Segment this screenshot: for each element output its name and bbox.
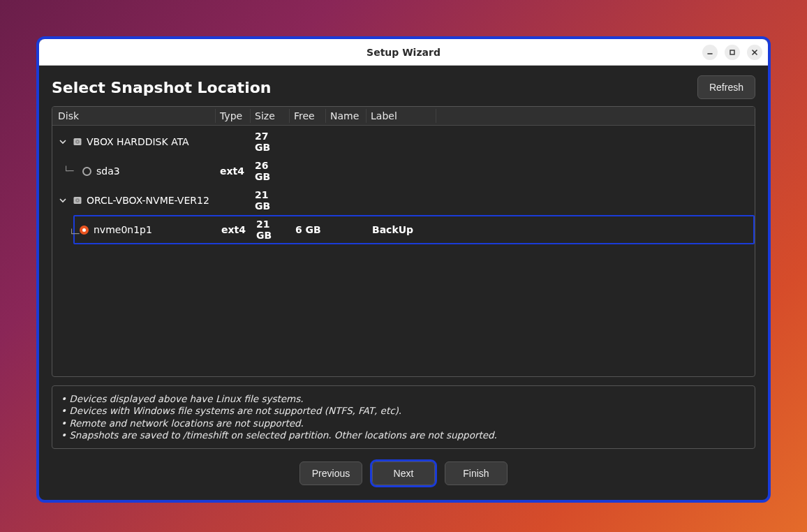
- window-title: Setup Wizard: [367, 47, 440, 58]
- note-line: • Remote and network locations are not s…: [61, 418, 746, 429]
- col-disk[interactable]: Disk: [52, 109, 216, 123]
- cell-size: 21 GB: [252, 217, 291, 242]
- partition-name: nvme0n1p1: [94, 224, 152, 235]
- cell-free: [290, 170, 326, 172]
- cell-type: ext4: [217, 223, 252, 237]
- cell-size: 26 GB: [251, 158, 290, 184]
- col-size[interactable]: Size: [251, 109, 290, 123]
- harddisk-icon: [72, 195, 82, 206]
- radio-off-icon[interactable]: [82, 166, 92, 177]
- cell-size: 21 GB: [251, 188, 290, 213]
- disk-tree: Disk Type Size Free Name Label VBOX HARD…: [52, 106, 755, 377]
- next-button[interactable]: Next: [372, 461, 435, 485]
- cell-name: [327, 228, 368, 231]
- chevron-down-icon[interactable]: [58, 137, 68, 147]
- chevron-down-icon[interactable]: [58, 195, 68, 205]
- header: Select Snapshot Location Refresh: [39, 66, 768, 106]
- harddisk-icon: [72, 137, 82, 147]
- close-icon: [751, 49, 758, 56]
- tree-branch-icon: └─: [64, 166, 77, 176]
- footer: Previous Next Finish: [39, 449, 768, 496]
- cell-label: [367, 199, 436, 202]
- col-type[interactable]: Type: [216, 109, 251, 123]
- note-line: • Devices displayed above have Linux fil…: [61, 393, 746, 405]
- maximize-button[interactable]: [725, 45, 740, 60]
- refresh-button[interactable]: Refresh: [697, 75, 755, 99]
- cell-free: 6 GB: [291, 223, 327, 237]
- previous-button[interactable]: Previous: [299, 461, 362, 485]
- tree-branch-icon: └─: [69, 229, 83, 239]
- cell-type: ext4: [216, 164, 251, 178]
- partition-row-selected[interactable]: nvme0n1p1 ext4 21 GB 6 GB BackUp: [73, 215, 755, 244]
- app-window: Setup Wizard Select Snapshot Location Re…: [36, 36, 771, 503]
- cell-free: [290, 199, 326, 202]
- titlebar: Setup Wizard: [39, 39, 768, 66]
- window-controls: [702, 45, 762, 60]
- svg-point-9: [77, 200, 78, 201]
- partition-row[interactable]: └─ sda3 ext4 26 GB: [52, 156, 755, 186]
- finish-button[interactable]: Finish: [445, 461, 508, 485]
- cell-label: [367, 140, 436, 143]
- col-label[interactable]: Label: [367, 109, 436, 123]
- cell-type: [216, 140, 251, 143]
- notes-panel: • Devices displayed above have Linux fil…: [52, 385, 755, 449]
- maximize-icon: [729, 49, 736, 56]
- cell-size: 27 GB: [251, 129, 290, 154]
- partition-name: sda3: [96, 165, 120, 177]
- cell-name: [326, 170, 367, 172]
- minimize-button[interactable]: [702, 45, 718, 60]
- col-name[interactable]: Name: [326, 109, 367, 123]
- note-line: • Snapshots are saved to /timeshift on s…: [61, 429, 746, 441]
- cell-name: [326, 199, 367, 202]
- disk-name: VBOX HARDDISK ATA: [87, 136, 189, 147]
- tree-rows: VBOX HARDDISK ATA 27 GB └─ sda3 ext4 26 …: [52, 126, 755, 244]
- cell-label: [367, 170, 436, 172]
- note-line: • Devices with Windows file systems are …: [61, 405, 746, 417]
- col-free[interactable]: Free: [290, 109, 326, 123]
- disk-name: ORCL-VBOX-NVME-VER12: [87, 195, 209, 206]
- cell-type: [216, 199, 251, 202]
- cell-label: BackUp: [368, 223, 438, 237]
- disk-row[interactable]: VBOX HARDDISK ATA 27 GB: [52, 127, 755, 156]
- svg-rect-1: [730, 50, 734, 54]
- page-title: Select Snapshot Location: [52, 79, 271, 96]
- minimize-icon: [706, 49, 713, 56]
- svg-point-6: [77, 141, 78, 142]
- disk-row[interactable]: ORCL-VBOX-NVME-VER12 21 GB: [52, 186, 755, 215]
- cell-free: [290, 140, 326, 143]
- cell-name: [326, 140, 367, 143]
- close-button[interactable]: [747, 45, 762, 60]
- tree-header: Disk Type Size Free Name Label: [52, 107, 755, 126]
